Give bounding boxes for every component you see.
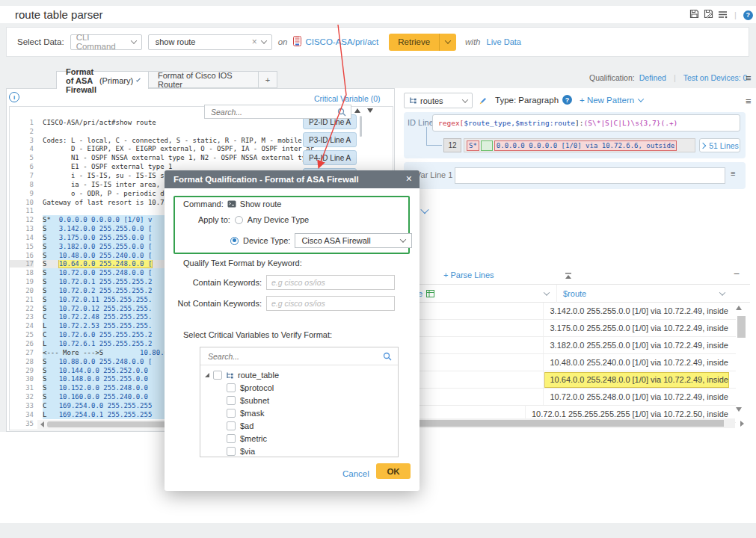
chevron-down-icon[interactable] — [260, 37, 266, 43]
chevron-down-icon — [638, 96, 644, 102]
tree-variable-item[interactable]: $subnet — [205, 394, 398, 406]
tree-variable-item[interactable]: $ad — [205, 419, 398, 432]
find-next-button[interactable] — [367, 108, 373, 113]
line-number: 2 — [10, 128, 34, 135]
data-toolbar: Select Data: CLI Command × on CISCO-ASA/… — [6, 27, 749, 57]
scroll-left-icon[interactable] — [40, 421, 44, 427]
scroll-right-icon[interactable] — [740, 421, 744, 427]
code-protocol: L — [43, 411, 59, 418]
chevron-down-icon[interactable] — [719, 289, 725, 295]
find-previous-button[interactable] — [354, 108, 360, 113]
device-type-radio[interactable] — [230, 237, 239, 245]
info-icon[interactable]: i — [9, 92, 19, 102]
any-device-radio[interactable] — [235, 216, 243, 224]
var-line-menu-icon[interactable]: ≡ — [731, 169, 735, 178]
retrieve-button[interactable]: Retrieve — [389, 34, 456, 51]
qualification-value[interactable]: Defined — [639, 73, 666, 82]
matched-lines-link[interactable]: 51 Lines — [699, 138, 740, 152]
chevron-down-icon[interactable] — [136, 77, 141, 81]
variable-search-box[interactable] — [200, 347, 398, 365]
test-on-devices-link[interactable]: Test on Devices: 0 — [683, 73, 748, 82]
qualification-label: Qualification: — [589, 73, 635, 82]
expand-section-chevron[interactable] — [422, 203, 428, 217]
type-help-icon[interactable]: ? — [562, 95, 572, 105]
checkbox[interactable] — [227, 447, 236, 456]
new-pattern-button[interactable]: + New Pattern — [580, 96, 643, 105]
scrollbar-thumb[interactable] — [737, 316, 746, 338]
column-route[interactable]: $route — [556, 285, 737, 303]
scroll-up-icon[interactable] — [736, 306, 742, 310]
var-line-input[interactable] — [455, 167, 725, 184]
command-input[interactable] — [154, 37, 249, 47]
not-contain-keywords-input[interactable] — [266, 296, 395, 311]
add-tab-button[interactable]: + — [258, 71, 277, 88]
regex-input[interactable]: regex[$route_type,$mstring:route]:(S\*|S… — [432, 114, 740, 132]
checkbox[interactable] — [227, 434, 236, 443]
line-number: 23 — [10, 313, 34, 321]
variable-selector[interactable]: routes — [404, 93, 473, 108]
run-log-icon[interactable] — [718, 8, 728, 22]
clear-icon[interactable]: × — [252, 37, 257, 47]
checkbox[interactable] — [227, 421, 236, 430]
code-protocol: i - IS-IS, su - IS-IS sum — [43, 172, 172, 179]
checkbox[interactable] — [227, 383, 236, 392]
route-cell-value: 10.48.0.0 255.240.0.0 [1/0] via 10.72.2.… — [545, 356, 728, 370]
critical-variable-link[interactable]: Critical Variable (0) — [314, 94, 381, 103]
checkbox[interactable] — [227, 396, 236, 405]
device-type-select[interactable]: Cisco ASA Firewall — [295, 233, 412, 248]
chevron-down-icon[interactable] — [544, 289, 550, 295]
search-input[interactable] — [209, 107, 337, 117]
search-input[interactable] — [206, 351, 383, 362]
close-icon[interactable]: × — [406, 173, 412, 185]
menu-icon[interactable]: ≡ — [746, 96, 752, 107]
data-type-dropdown[interactable]: CLI Command — [70, 34, 142, 50]
tree-node-route-table[interactable]: route_table — [205, 369, 398, 381]
ok-button[interactable]: OK — [376, 463, 411, 479]
code-protocol: C — [43, 313, 59, 321]
chevron-down-icon — [462, 96, 468, 102]
save-as-icon[interactable] — [704, 8, 713, 22]
code-protocol: C — [43, 331, 59, 338]
matched-line-preview[interactable]: S* 0.0.0.0 0.0.0.0 [1/0] via 10.72.6.6, … — [464, 138, 695, 152]
tree-variable-item[interactable]: $protocol — [205, 381, 398, 394]
contain-keywords-input[interactable] — [266, 275, 395, 290]
scroll-down-icon[interactable] — [736, 407, 742, 412]
chip-list-scrollbar[interactable] — [360, 116, 362, 137]
device-link[interactable]: CISCO-ASA/pri/act — [305, 37, 378, 46]
tree-expander-icon[interactable] — [205, 373, 209, 377]
save-icon[interactable] — [689, 8, 699, 22]
code-route: 10.72.0.11 255.255.255. — [59, 296, 153, 303]
tab-format-cisco-ios-router[interactable]: Format of Cisco IOS Router — [148, 71, 259, 88]
tree-variable-item[interactable]: $mask — [205, 406, 398, 419]
pattern-chip[interactable]: P3-ID Line A — [303, 132, 357, 147]
minimize-icon[interactable]: − — [734, 268, 740, 279]
help-icon[interactable]: ? — [743, 10, 753, 20]
code-route: 10.88.0.0 255.248.0.0 [ — [59, 358, 153, 365]
route-cell-value: 10.64.0.0 255.248.0.0 [1/0] via 10.72.2.… — [545, 373, 728, 387]
checkbox[interactable] — [213, 371, 222, 380]
regex-separator: ]: — [575, 119, 583, 127]
menu-icon[interactable]: ≡ — [746, 72, 752, 84]
tab-suffix: (Primary) — [99, 76, 133, 85]
text-search-box[interactable] — [204, 105, 351, 119]
tree-variable-item[interactable]: $metric — [205, 432, 398, 445]
checkbox[interactable] — [227, 409, 236, 418]
code-protocol: S — [43, 305, 59, 312]
add-parse-lines-button[interactable]: + Parse Lines — [443, 270, 494, 279]
edit-pencil-icon[interactable] — [479, 95, 488, 108]
tab-format-asa-firewall[interactable]: Format of ASA Firewall (Primary) — [56, 71, 149, 89]
regex-keyword: regex[ — [438, 119, 464, 127]
cancel-button[interactable]: Cancel — [342, 469, 369, 478]
modal-title-bar[interactable]: Format Qualification - Format of ASA Fir… — [165, 170, 420, 188]
retrieve-dropdown[interactable] — [439, 34, 456, 51]
live-data-link[interactable]: Live Data — [487, 37, 521, 46]
tree-variable-label: $via — [240, 447, 255, 456]
on-label: on — [278, 37, 288, 46]
tree-variable-item[interactable]: $via — [205, 445, 398, 457]
code-protocol: S — [43, 393, 59, 401]
command-input-box[interactable]: × — [148, 34, 272, 50]
route-cell: 10.64.0.0 255.248.0.0 [1/0] via 10.72.2.… — [543, 371, 736, 388]
var-line-label: Var Line 1 — [416, 170, 452, 179]
pattern-chip[interactable]: P4-ID Line A — [303, 150, 357, 165]
collapse-to-top-icon[interactable] — [565, 269, 572, 282]
